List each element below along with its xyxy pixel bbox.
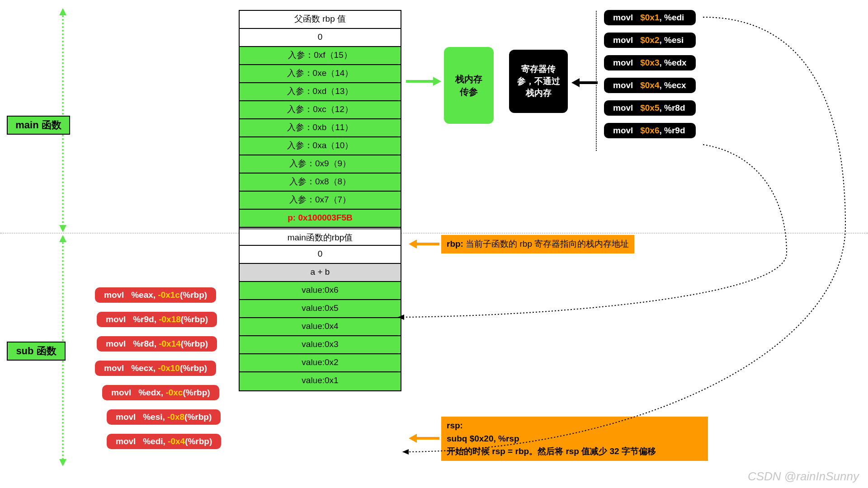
asm-left-item: movl %ecx, -0x10(%rbp) [95, 361, 216, 376]
asm-right-item: movl $0x6, %r9d [604, 123, 696, 138]
stack-row: 0 [240, 29, 401, 47]
stack-row: 入参：0x7（7） [240, 192, 401, 210]
asm-right-list: movl $0x1, %edi movl $0x2, %esi movl $0x… [604, 10, 696, 138]
stack-row-ab: a + b [240, 264, 401, 282]
asm-right-item: movl $0x5, %r8d [604, 100, 696, 116]
arrow-rsp [409, 434, 439, 443]
svg-marker-0 [402, 449, 409, 455]
stack-row: 入参：0xe（14） [240, 65, 401, 83]
stack-row: 入参：0xc（12） [240, 101, 401, 119]
black-callout: 寄存器传参，不通过栈内存 [509, 50, 568, 113]
rsp-callout: rsp: subq $0x20, %rsp 开始的时候 rsp = rbp。然后… [441, 417, 708, 461]
stack-row: 入参：0x9（9） [240, 155, 401, 174]
green-callout: 栈内存 传参 [444, 47, 494, 124]
arrow-up-sub [59, 235, 66, 242]
stack-row: value:0x5 [240, 300, 401, 318]
arrow-asm-to-black [571, 78, 598, 87]
asm-left-item: movl %r8d, -0x14(%rbp) [97, 336, 217, 352]
asm-right-item: movl $0x2, %esi [604, 33, 696, 48]
stack-row: value:0x4 [240, 318, 401, 336]
rbp-callout: rbp: 当前子函数的 rbp 寄存器指向的栈内存地址 [441, 235, 634, 253]
watermark: CSDN @rainInSunny [748, 469, 859, 483]
stack-row: value:0x3 [240, 336, 401, 354]
asm-right-item: movl $0x1, %edi [604, 10, 696, 25]
arrow-rbp [409, 239, 439, 249]
asm-left-item: movl %esi, -0x8(%rbp) [107, 409, 221, 425]
stack-row: value:0x6 [240, 282, 401, 300]
arrow-down-main [59, 225, 66, 232]
stack-row: value:0x2 [240, 354, 401, 372]
stack-row: 入参：0xa（10） [240, 137, 401, 155]
stack-row: 入参：0xf（15） [240, 47, 401, 65]
sub-label: sub 函数 [7, 342, 66, 361]
stack-row-rbp: main函数的rbp值 [240, 228, 401, 246]
stack-row: value:0x1 [240, 372, 401, 390]
stack-table: 父函数 rbp 值 0 入参：0xf（15） 入参：0xe（14） 入参：0xd… [239, 10, 401, 391]
asm-left-item: movl %eax, -0x1c(%rbp) [95, 287, 216, 303]
arrow-down-sub [59, 459, 66, 466]
section-divider [0, 233, 868, 234]
asm-right-item: movl $0x3, %edx [604, 55, 696, 70]
stack-row: 入参：0x8（8） [240, 174, 401, 192]
stack-row: 0 [240, 246, 401, 264]
arrow-up-main [59, 8, 66, 15]
stack-row-return-addr: p: 0x100003F5B [240, 210, 401, 228]
asm-right-item: movl $0x4, %ecx [604, 78, 696, 93]
main-label: main 函数 [7, 116, 70, 135]
stack-row: 入参：0xd（13） [240, 83, 401, 101]
asm-left-item: movl %edi, -0x4(%rbp) [107, 434, 221, 449]
stack-row: 入参：0xb（11） [240, 119, 401, 137]
arrow-stack-to-green [406, 77, 441, 86]
asm-divider-line [596, 11, 597, 151]
asm-left-item: movl %r9d, -0x18(%rbp) [97, 312, 217, 327]
stack-row: 父函数 rbp 值 [240, 11, 401, 29]
asm-left-item: movl %edx, -0xc(%rbp) [102, 385, 219, 400]
